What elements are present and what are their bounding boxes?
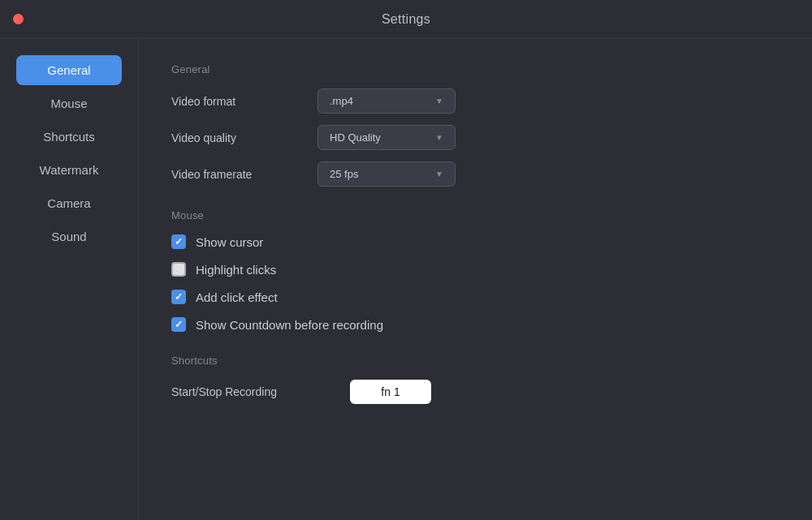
show-cursor-row: Show cursor (171, 234, 780, 249)
show-cursor-label: Show cursor (196, 235, 263, 249)
content-area: General Video format .mp4 ▼ Video qualit… (139, 39, 812, 520)
video-format-label: Video format (171, 95, 317, 108)
sidebar-item-mouse[interactable]: Mouse (16, 88, 122, 118)
close-button[interactable] (13, 14, 24, 24)
video-format-dropdown[interactable]: .mp4 ▼ (317, 88, 456, 114)
sidebar-item-camera[interactable]: Camera (16, 188, 122, 218)
sidebar-item-watermark[interactable]: Watermark (16, 155, 122, 185)
sidebar: GeneralMouseShortcutsWatermarkCameraSoun… (0, 39, 138, 520)
show-countdown-label: Show Countdown before recording (196, 318, 383, 332)
highlight-clicks-checkbox[interactable] (171, 262, 186, 277)
show-countdown-checkbox[interactable] (171, 317, 186, 332)
shortcuts-group: Shortcuts Start/Stop Recording fn 1 (171, 355, 780, 404)
video-format-row: Video format .mp4 ▼ (171, 88, 780, 114)
mouse-section-label: Mouse (171, 209, 780, 221)
video-quality-value: HD Quality (330, 131, 381, 144)
video-framerate-value: 25 fps (330, 168, 358, 180)
video-format-arrow: ▼ (435, 97, 443, 105)
general-group: General Video format .mp4 ▼ Video qualit… (171, 63, 780, 187)
title-bar: Settings (0, 0, 812, 39)
add-click-effect-label: Add click effect (196, 290, 278, 304)
sidebar-item-general[interactable]: General (16, 55, 122, 85)
sidebar-item-shortcuts[interactable]: Shortcuts (16, 122, 122, 152)
window-title: Settings (382, 12, 430, 27)
add-click-effect-row: Add click effect (171, 290, 780, 304)
highlight-clicks-row: Highlight clicks (171, 262, 780, 277)
shortcuts-section-label: Shortcuts (171, 355, 780, 367)
video-framerate-row: Video framerate 25 fps ▼ (171, 161, 780, 187)
video-quality-row: Video quality HD Quality ▼ (171, 125, 780, 150)
general-section-label: General (171, 63, 780, 75)
video-format-value: .mp4 (330, 95, 353, 107)
start-stop-key[interactable]: fn 1 (350, 380, 431, 404)
video-quality-arrow: ▼ (435, 133, 443, 142)
start-stop-label: Start/Stop Recording (171, 385, 350, 398)
video-framerate-dropdown[interactable]: 25 fps ▼ (317, 161, 456, 187)
video-quality-label: Video quality (171, 131, 317, 144)
add-click-effect-checkbox[interactable] (171, 290, 186, 304)
start-stop-row: Start/Stop Recording fn 1 (171, 380, 780, 404)
show-cursor-checkbox[interactable] (171, 234, 186, 249)
sidebar-item-sound[interactable]: Sound (16, 221, 122, 251)
video-framerate-arrow: ▼ (435, 170, 443, 178)
show-countdown-row: Show Countdown before recording (171, 317, 780, 332)
video-quality-dropdown[interactable]: HD Quality ▼ (317, 125, 456, 150)
highlight-clicks-label: Highlight clicks (196, 263, 276, 277)
traffic-lights (13, 14, 24, 24)
main-layout: GeneralMouseShortcutsWatermarkCameraSoun… (0, 39, 812, 520)
mouse-group: Mouse Show cursor Highlight clicks Add c… (171, 209, 780, 332)
video-framerate-label: Video framerate (171, 168, 317, 181)
